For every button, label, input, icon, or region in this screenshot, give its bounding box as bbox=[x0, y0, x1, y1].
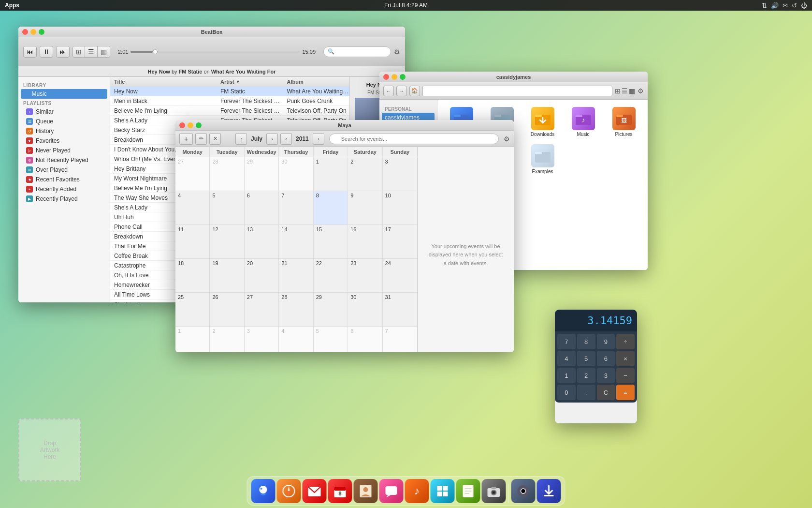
cal-day[interactable]: 26 bbox=[210, 293, 244, 326]
cal-day-today[interactable]: 8 bbox=[314, 191, 348, 224]
volume-icon[interactable]: 🔊 bbox=[771, 2, 779, 9]
home-button[interactable]: 🏠 bbox=[409, 86, 420, 96]
cal-day[interactable]: 25 bbox=[175, 293, 210, 326]
prev-year-button[interactable]: ‹ bbox=[280, 133, 292, 145]
cal-day[interactable]: 23 bbox=[348, 259, 382, 292]
cal-day[interactable]: 21 bbox=[279, 259, 313, 292]
btn-clear[interactable]: C bbox=[597, 385, 615, 400]
close-button[interactable] bbox=[22, 29, 28, 35]
sidebar-item-over-played[interactable]: ⊕ Over Played bbox=[18, 165, 110, 175]
next-year-button[interactable]: › bbox=[313, 133, 324, 145]
folder-music[interactable]: ♪ Music bbox=[564, 105, 602, 139]
btn-2[interactable]: 2 bbox=[577, 368, 595, 383]
play-pause-button[interactable]: ⏸ bbox=[40, 46, 53, 58]
cal-day[interactable]: 1 bbox=[175, 327, 210, 352]
new-event-button[interactable]: + bbox=[179, 133, 193, 145]
cal-day[interactable]: 29 bbox=[245, 157, 279, 191]
delete-event-button[interactable]: ✕ bbox=[209, 133, 221, 145]
folder-pictures[interactable]: 🖼 Pictures bbox=[605, 105, 643, 139]
prev-button[interactable]: ⏮ bbox=[23, 46, 37, 58]
btn-6[interactable]: 6 bbox=[597, 351, 615, 366]
cal-day[interactable]: 18 bbox=[175, 259, 210, 292]
next-month-button[interactable]: › bbox=[266, 133, 278, 145]
col-artist[interactable]: Artist ▼ bbox=[217, 79, 283, 85]
maximize-button[interactable] bbox=[400, 74, 406, 80]
filemgr-settings-button[interactable]: ⚙ bbox=[638, 87, 644, 95]
cal-day[interactable]: 6 bbox=[348, 327, 382, 352]
cal-day[interactable]: 1 bbox=[314, 157, 348, 191]
minimize-button[interactable] bbox=[30, 29, 36, 35]
track-row[interactable]: Hey Now FM Static What Are You Waiting F… bbox=[110, 87, 349, 96]
cal-day[interactable]: 12 bbox=[210, 225, 244, 258]
dock-icon-contacts[interactable] bbox=[354, 479, 378, 503]
grid-view-button[interactable]: ⊞ bbox=[73, 46, 85, 57]
dock-icon-calendar[interactable]: 8 bbox=[328, 479, 352, 503]
icon-view-button[interactable]: ⊞ bbox=[615, 87, 621, 95]
cal-day[interactable]: 28 bbox=[279, 293, 313, 326]
cal-day[interactable]: 2 bbox=[348, 157, 382, 191]
sidebar-item-recent-favorites[interactable]: ★ Recent Favorites bbox=[18, 175, 110, 184]
folder-downloads[interactable]: Downloads bbox=[523, 105, 562, 139]
cal-day[interactable]: 7 bbox=[279, 191, 313, 224]
btn-7[interactable]: 7 bbox=[557, 334, 576, 349]
mail-indicator-icon[interactable]: ✉ bbox=[783, 2, 788, 9]
dock-icon-download[interactable] bbox=[537, 479, 561, 503]
cal-day[interactable]: 3 bbox=[245, 327, 279, 352]
dock-icon-software[interactable] bbox=[431, 479, 455, 503]
nav-back-button[interactable]: ← bbox=[383, 86, 394, 96]
cal-day[interactable]: 27 bbox=[245, 293, 279, 326]
col-album[interactable]: Album bbox=[283, 79, 350, 85]
calendar-settings-button[interactable]: ⚙ bbox=[504, 135, 510, 143]
dock-icon-dockbird[interactable] bbox=[251, 479, 276, 503]
btn-subtract[interactable]: − bbox=[616, 368, 635, 383]
cal-day[interactable]: 29 bbox=[314, 293, 348, 326]
cal-day[interactable]: 27 bbox=[175, 157, 210, 191]
maximize-button[interactable] bbox=[39, 29, 44, 35]
cal-day[interactable]: 19 bbox=[210, 259, 244, 292]
cal-day[interactable]: 30 bbox=[279, 157, 313, 191]
dock-icon-music[interactable]: ♪ bbox=[405, 479, 429, 503]
power-icon[interactable]: ⏻ bbox=[801, 2, 807, 9]
search-box[interactable]: 🔍 bbox=[323, 46, 391, 57]
cal-day[interactable]: 20 bbox=[245, 259, 279, 292]
cal-day[interactable]: 16 bbox=[348, 225, 382, 258]
btn-3[interactable]: 3 bbox=[597, 368, 615, 383]
list-view-button[interactable]: ☰ bbox=[622, 87, 628, 95]
sidebar-item-music[interactable]: ♪ Music bbox=[21, 89, 107, 99]
transfer-icon[interactable]: ⇅ bbox=[762, 2, 767, 9]
cal-day[interactable]: 24 bbox=[383, 259, 417, 292]
column-view-button[interactable]: ▦ bbox=[629, 87, 635, 95]
cal-day[interactable]: 15 bbox=[314, 225, 348, 258]
btn-4[interactable]: 4 bbox=[557, 351, 576, 366]
cal-day[interactable]: 4 bbox=[175, 191, 210, 224]
maximize-button[interactable] bbox=[196, 122, 202, 128]
cal-day[interactable]: 2 bbox=[210, 327, 244, 352]
settings-button[interactable]: ⚙ bbox=[394, 48, 400, 56]
col-title[interactable]: Title bbox=[110, 79, 217, 85]
sidebar-item-queue[interactable]: ☰ Queue bbox=[18, 117, 110, 126]
sidebar-item-favorites[interactable]: ♥ Favorites bbox=[18, 136, 110, 146]
track-row[interactable]: Believe Me I'm Lying Forever The Sickest… bbox=[110, 106, 349, 116]
close-button[interactable] bbox=[383, 74, 389, 80]
cal-day[interactable]: 13 bbox=[245, 225, 279, 258]
cal-day[interactable]: 31 bbox=[383, 293, 417, 326]
dock-icon-settings[interactable] bbox=[511, 479, 536, 503]
sidebar-item-similar[interactable]: ♪ Similar bbox=[18, 107, 110, 117]
path-bar[interactable] bbox=[422, 86, 612, 96]
dock-icon-camera[interactable] bbox=[482, 479, 506, 503]
btn-equals[interactable]: = bbox=[616, 385, 635, 400]
cal-day[interactable]: 9 bbox=[348, 191, 382, 224]
cal-day[interactable]: 30 bbox=[348, 293, 382, 326]
cal-day[interactable]: 17 bbox=[383, 225, 417, 258]
btn-0[interactable]: 0 bbox=[557, 385, 576, 400]
btn-multiply[interactable]: × bbox=[616, 351, 635, 366]
sidebar-item-history[interactable]: ↺ History bbox=[18, 126, 110, 136]
cal-day[interactable]: 28 bbox=[210, 157, 244, 191]
minimize-button[interactable] bbox=[188, 122, 193, 128]
dock-icon-mail[interactable] bbox=[303, 479, 327, 503]
folder-examples[interactable]: Examples bbox=[523, 142, 562, 177]
sidebar-item-recently-played[interactable]: ▶ Recently Played bbox=[18, 194, 110, 204]
cal-day[interactable]: 22 bbox=[314, 259, 348, 292]
drop-artwork-zone[interactable]: Drop Artwork Here bbox=[18, 418, 81, 481]
btn-5[interactable]: 5 bbox=[577, 351, 595, 366]
